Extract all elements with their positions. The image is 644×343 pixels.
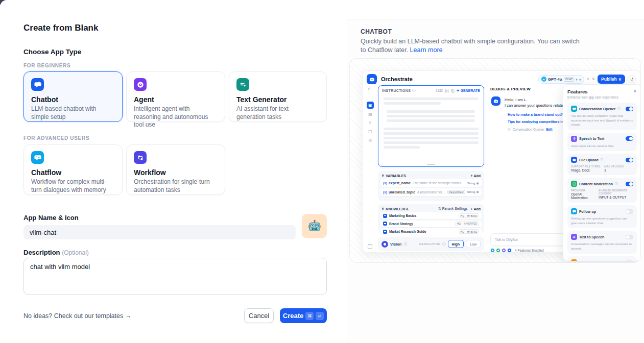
sliders-icon[interactable]: ⇅ [592,77,595,81]
add-variable-button[interactable]: + Add [471,174,481,178]
resize-handle[interactable] [427,164,435,165]
gear-mini-icon: ● [579,78,581,81]
knowledge-row[interactable]: Marketing Basics HQ · HYBRID [380,212,482,219]
info-icon: ⓘ [617,107,621,111]
skeleton-line [384,97,479,100]
create-app-modal: Create from Blank Choose App Type FOR BE… [0,0,644,343]
templates-link[interactable]: No ideas? Check out our templates → [23,312,131,320]
suggestion-chip[interactable]: How to make a brand stand out? [508,113,563,116]
description-textarea[interactable]: chat with vllm model [23,258,327,295]
variable-settings-icon[interactable]: ◉ [476,181,479,185]
chevron-down-icon[interactable]: ∨ [381,174,384,178]
variable-row[interactable]: (x) expert_name The name of the strategi… [380,179,482,187]
app-type-name: Chatflow [31,168,115,177]
knowledge-row[interactable]: Brand Strategy HQ · INVERTED [380,220,482,227]
conversation-opener-toggle[interactable] [626,107,633,111]
generate-button[interactable]: ✦ GENERATE [457,89,480,93]
rail-notes-icon[interactable]: ▢ [367,128,374,135]
orchestrate-title: Orchestrate [381,76,413,82]
variable-row[interactable]: (x) unrelated_topic A placeholder for to… [380,188,482,196]
char-count: 2182 [436,89,443,92]
app-icon-picker[interactable] [302,214,327,238]
bot-message: Hello, I am L. I can answer your questio… [505,97,565,108]
variable-insert-icon[interactable]: {x} [445,89,449,92]
variable-settings-icon[interactable]: ◉ [476,190,479,194]
preview-description: Quickly build an LLM-based chatbot with … [361,37,580,55]
rail-bottom-icon[interactable] [368,244,372,249]
close-icon[interactable]: × [634,89,636,94]
skeleton-line [387,115,475,117]
suggestion-chip[interactable]: Tips for analyzing competitors in market [508,120,565,124]
edit-opener-link[interactable]: Edit [546,128,552,131]
knowledge-panel: ∨ KNOWLEDGE ⇅ Rerank Settings + Add Mark… [378,204,484,234]
rerank-settings-button[interactable]: ⇅ Rerank Settings [438,207,468,211]
app-name-input[interactable] [23,225,296,239]
learn-more-link[interactable]: Learn more [410,46,443,54]
agent-icon [134,78,147,91]
feature-text-to-speech: Text to Speech Conversation messages can… [567,231,637,254]
chevron-down-icon[interactable]: ∨ [587,77,589,81]
cancel-button[interactable]: Cancel [244,308,274,323]
feature-dot-icon [490,248,495,253]
swap-icon[interactable]: ⇄ [368,87,371,91]
knowledge-doc-icon [383,222,387,226]
feature-citations: Citations and Attributions Show source d… [567,256,637,261]
command-key-icon: ⌘ [305,312,314,320]
history-icon[interactable]: ↺ [628,75,636,83]
arrow-right-icon: → [125,312,132,320]
text-generator-icon [236,78,249,91]
app-type-card-chatflow[interactable]: Chatflow Workflow for complex multi-turn… [23,144,123,195]
knowledge-doc-icon [383,214,387,218]
citations-toggle[interactable] [626,260,633,262]
preview-heading: CHATBOT [361,28,392,35]
feature-file-upload: File Upload ⓘ SUPPORT FILE TYPESImage, D… [567,154,637,175]
choose-app-type-label: Choose App Type [23,48,81,56]
skeleton-line [384,132,479,135]
model-provider-icon: ✦ [541,77,546,82]
add-knowledge-button[interactable]: + Add [471,207,481,211]
conversation-opener-icon [571,106,577,112]
feature-dot-icon [496,248,500,253]
resolution-low-button[interactable]: Low [466,240,481,248]
model-selector[interactable]: ✦ GPT-4o CHAT ♦ ● [538,75,584,84]
create-button[interactable]: Create ⌘ ↵ [280,308,327,323]
content-moderation-icon [571,181,577,187]
app-type-card-workflow[interactable]: Workflow Orchestration for single-turn a… [126,144,225,195]
rail-orchestrate-icon[interactable]: ▣ [367,102,374,109]
knowledge-row[interactable]: Market Research Guide HQ · HYBRID [380,228,482,235]
speech-to-text-toggle[interactable] [626,136,633,141]
mic-mini-icon: ♦ [576,78,578,81]
text-to-speech-toggle[interactable] [626,235,633,239]
rail-document-icon[interactable]: ≡ [367,119,374,126]
app-type-desc: Workflow for complex multi-turn dialogue… [31,178,115,194]
skeleton-line [387,119,475,122]
app-type-card-text-generator[interactable]: Text Generator AI assistant for text gen… [229,71,327,122]
info-icon: ⓘ [412,88,416,93]
advanced-section-label: FOR ADVANCED USERS [23,135,89,141]
info-icon: ⓘ [403,242,407,247]
required-badge: REQUIRED [447,190,465,194]
app-type-card-agent[interactable]: Agent Intelligent agent with reasoning a… [126,71,225,122]
content-moderation-toggle[interactable] [626,182,633,186]
rail-image-icon[interactable]: ▤ [367,110,374,117]
text-to-speech-icon [571,234,577,240]
follow-up-toggle[interactable] [626,209,633,214]
variables-panel: ∨ VARIABLES + Add (x) expert_name The na… [378,171,484,201]
chatflow-icon [31,151,44,164]
suggestion-row: How to make a brand stand out? Bes [508,113,565,116]
resolution-high-button[interactable]: High [448,240,464,248]
rail-globe-icon[interactable]: ◎ [367,136,374,143]
page-title: Create from Blank [23,23,98,33]
citations-icon [571,259,577,261]
debug-preview-heading: DEBUG & PREVIEW [490,87,531,91]
app-type-card-chatbot[interactable]: Chatbot LLM-based chatbot with simple se… [23,71,123,122]
features-panel: Features × Enhance web app user experien… [563,84,641,261]
left-form-panel: Create from Blank Choose App Type FOR BE… [0,0,347,343]
copy-icon[interactable] [451,89,455,93]
publish-button[interactable]: Publish∨ [598,75,625,84]
file-upload-toggle[interactable] [626,158,633,162]
chevron-down-icon[interactable]: ∨ [381,207,384,211]
app-type-desc: Orchestration for single-turn automation… [134,178,218,194]
app-type-desc: Intelligent agent with reasoning and aut… [134,105,218,129]
speech-to-text-icon [571,136,577,142]
